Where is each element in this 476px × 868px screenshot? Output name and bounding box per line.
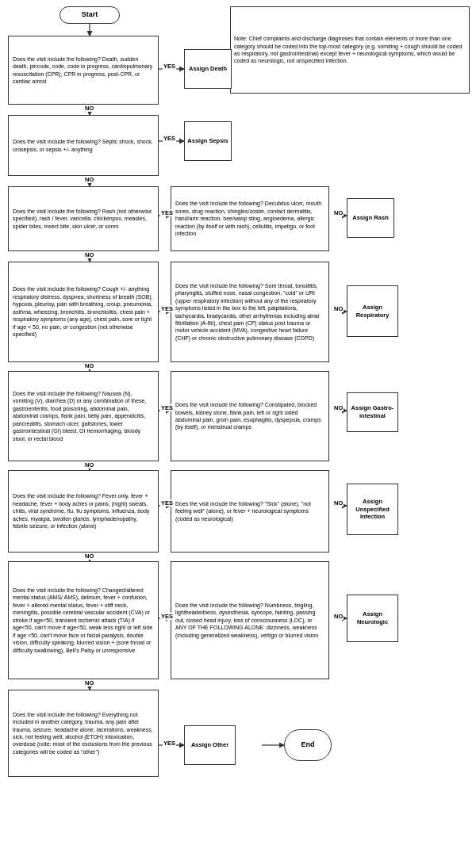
d2-no-label: NO — [84, 176, 94, 183]
d3-left-box: Does the visit include the following? Ra… — [8, 186, 159, 251]
d5-right-box: Does the visit include the following? Co… — [171, 371, 329, 461]
assign-gi-box: Assign Gastro-intestinal — [347, 392, 398, 432]
d5-right-text: Does the visit include the following? Co… — [175, 401, 324, 431]
d4-right-text: Does the visit include the following? So… — [175, 282, 324, 342]
d7-left-text: Does the visit include the following? Ch… — [13, 587, 154, 654]
d6-left-no-label: NO — [84, 553, 94, 560]
d7-right-text: Does the visit include the following? Nu… — [175, 602, 324, 639]
d3-right-box: Does the visit include the following? De… — [171, 186, 329, 251]
d3-yes-label: YES — [160, 209, 174, 216]
d3-left-no-label: NO — [84, 251, 94, 258]
d1-text: Does the visit include the following? De… — [13, 55, 154, 86]
d7-no-label: NO — [333, 613, 344, 620]
assign-death-label: Assign Death — [189, 65, 227, 73]
d4-left-no-label: NO — [84, 362, 94, 369]
note-box: Note: Chief complaints and discharge dia… — [230, 6, 470, 94]
assign-gi-label: Assign Gastro-intestinal — [350, 404, 395, 420]
d6-right-text: Does the visit include the following? "S… — [175, 500, 324, 522]
d2-box: Does the visit include the following? Se… — [8, 115, 159, 176]
d4-no-label: NO — [333, 305, 344, 312]
d1-no-label: NO — [84, 105, 94, 112]
d8-box: Does the visit include the following? Ev… — [8, 690, 159, 777]
d7-left-box: Does the visit include the following? Ch… — [8, 561, 159, 679]
d4-left-box: Does the visit include the following? Co… — [8, 262, 159, 362]
d4-left-text: Does the visit include the following? Co… — [13, 285, 154, 338]
d4-yes-label: YES — [160, 305, 174, 312]
assign-unspecified-box: Assign Unspecified Infection — [347, 484, 398, 535]
note-text: Note: Chief complaints and discharge dia… — [234, 35, 466, 65]
d5-left-box: Does the visit include the following? Na… — [8, 371, 159, 461]
assign-neurologic-box: Assign Neurologic — [347, 595, 398, 642]
assign-sepsis-label: Assign Sepsis — [187, 137, 228, 145]
assign-other-label: Assign Other — [191, 741, 228, 749]
flowchart: Start Note: Chief complaints and dischar… — [0, 0, 476, 868]
d6-right-box: Does the visit include the following? "S… — [171, 470, 329, 553]
d1-box: Does the visit include the following? De… — [8, 36, 159, 105]
assign-unspecified-label: Assign Unspecified Infection — [350, 498, 395, 521]
d6-no-label: NO — [333, 499, 344, 507]
assign-respiratory-label: Assign Respiratory — [350, 304, 395, 319]
d7-right-box: Does the visit include the following? Nu… — [171, 561, 329, 679]
d6-yes-label: YES — [160, 499, 174, 507]
d7-left-no-label: NO — [84, 679, 94, 686]
d8-yes-label: YES — [163, 740, 176, 747]
assign-respiratory-box: Assign Respiratory — [347, 285, 398, 337]
d3-right-text: Does the visit include the following? De… — [175, 200, 324, 237]
d5-yes-label: YES — [160, 404, 174, 411]
d5-left-text: Does the visit include the following? Na… — [13, 390, 154, 442]
assign-rash-label: Assign Rash — [352, 214, 388, 222]
d5-left-no-label: NO — [84, 461, 94, 468]
assign-sepsis-box: Assign Sepsis — [184, 121, 232, 161]
d7-yes-label: YES — [160, 613, 174, 620]
assign-death-box: Assign Death — [184, 49, 232, 89]
d2-yes-label: YES — [163, 135, 176, 142]
d3-left-text: Does the visit include the following? Ra… — [13, 208, 154, 230]
assign-rash-box: Assign Rash — [347, 198, 394, 238]
start-label: Start — [82, 10, 98, 20]
d5-no-label: NO — [333, 404, 344, 411]
d6-left-text: Does the visit include the following? Fe… — [13, 492, 154, 530]
assign-neurologic-label: Assign Neurologic — [350, 610, 395, 626]
start-box: Start — [60, 6, 120, 24]
end-label: End — [301, 740, 315, 750]
end-box: End — [284, 729, 332, 761]
d2-text: Does the visit include the following? Se… — [13, 138, 154, 153]
assign-other-box: Assign Other — [184, 725, 236, 765]
d6-left-box: Does the visit include the following? Fe… — [8, 470, 159, 553]
d1-yes-label: YES — [163, 63, 176, 70]
d3-no-label: NO — [333, 209, 344, 216]
d4-right-box: Does the visit include the following? So… — [171, 262, 329, 362]
d8-text: Does the visit include the following? Ev… — [13, 711, 154, 756]
